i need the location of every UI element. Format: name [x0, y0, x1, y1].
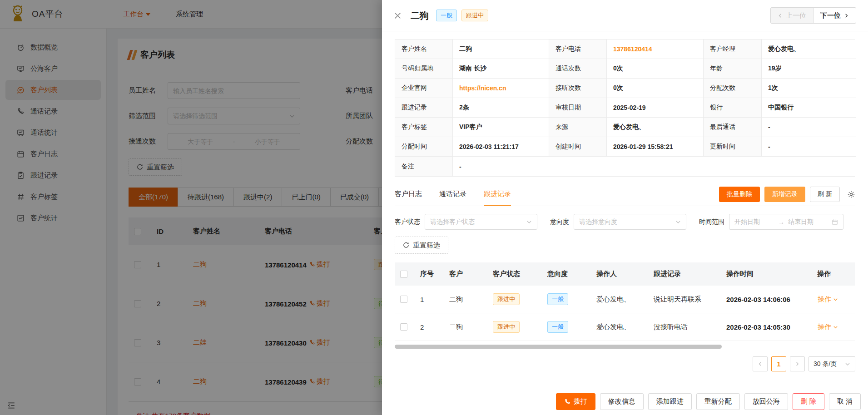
- record-filters: 客户状态 请选择客户状态 意向度 请选择意向度 时间范围 开始日期 → 结束日期: [395, 214, 855, 230]
- detail-label: 跟进记录: [395, 98, 453, 118]
- prev-record-button[interactable]: 上一位: [770, 7, 813, 24]
- batch-delete-button[interactable]: 批量删除: [719, 187, 760, 202]
- detail-label: 最后通话: [704, 118, 762, 137]
- reassign-button[interactable]: 重新分配: [696, 393, 740, 410]
- detail-label: 号码归属地: [395, 59, 453, 79]
- chevron-right-icon: [844, 13, 849, 18]
- detail-value: 湖南 长沙: [453, 59, 549, 79]
- detail-label: 年龄: [704, 59, 762, 79]
- refresh-icon: [403, 242, 409, 248]
- calendar-icon: [832, 219, 838, 225]
- row-action-dropdown[interactable]: 操作: [811, 286, 855, 313]
- detail-label: 来源: [549, 118, 607, 137]
- gear-icon[interactable]: [847, 190, 855, 198]
- row-checkbox[interactable]: [400, 323, 407, 331]
- detail-label: 分配次数: [704, 79, 762, 98]
- record-nav: 上一位 下一位: [770, 7, 856, 24]
- detail-label: 接听次数: [549, 79, 607, 98]
- detail-value: 爱心发电、: [607, 118, 704, 137]
- customer-detail-table: 客户姓名 二狗 客户电话 13786120414 客户经理 爱心发电、 号码归属…: [395, 39, 855, 177]
- detail-value: 1次: [762, 79, 856, 98]
- refresh-button[interactable]: 刷 新: [810, 187, 840, 202]
- delete-button[interactable]: 删 除: [793, 393, 824, 410]
- chevron-left-icon: [778, 13, 783, 18]
- detail-value: 0次: [607, 79, 704, 98]
- chevron-down-icon: [845, 361, 850, 367]
- detail-value: 2条: [453, 98, 549, 118]
- chevron-left-icon: [758, 361, 763, 366]
- company-website-link[interactable]: https://nicen.cn: [453, 79, 549, 98]
- records-table-header: 序号 客户 客户状态 意向度 操作人 跟进记录 操作时间 操作: [395, 262, 855, 286]
- detail-label: 客户电话: [549, 40, 607, 59]
- tab-customer-log[interactable]: 客户日志: [395, 190, 422, 206]
- intent-filter-select[interactable]: 请选择意向度: [574, 214, 686, 230]
- tab-follow-records[interactable]: 跟进记录: [484, 190, 511, 206]
- record-row: 2 二狗 跟进中 一般 爱心发电、 没接听电话 2026-02-03 14:05…: [395, 313, 855, 341]
- drawer-title: 二狗: [411, 10, 429, 22]
- drawer-footer: 拨打 修改信息 添加跟进 重新分配 放回公海 删 除 取 消: [382, 388, 868, 415]
- detail-label: 客户姓名: [395, 40, 453, 59]
- chevron-down-icon: [526, 219, 532, 225]
- status-badge: 跟进中: [461, 10, 488, 21]
- close-icon[interactable]: [394, 12, 402, 20]
- next-record-button[interactable]: 下一位: [813, 7, 856, 24]
- detail-value: 中国银行: [762, 98, 856, 118]
- select-all-checkbox[interactable]: [400, 271, 407, 278]
- chevron-down-icon: [833, 325, 838, 330]
- next-page-button[interactable]: [790, 356, 805, 371]
- phone-icon: [564, 399, 570, 405]
- detail-value: 2026-02-03 11:21:17: [453, 137, 549, 157]
- detail-value: -: [762, 137, 856, 157]
- arrow-right-icon: →: [778, 218, 784, 226]
- status-badge: 跟进中: [493, 293, 520, 305]
- detail-value: 19岁: [762, 59, 856, 79]
- page-number[interactable]: 1: [771, 356, 786, 371]
- detail-value: -: [762, 118, 856, 137]
- detail-label: 通话次数: [549, 59, 607, 79]
- prev-page-button[interactable]: [753, 356, 768, 371]
- drawer-header: 二狗 一般 跟进中 上一位 下一位: [382, 0, 868, 31]
- remark-label: 备注: [395, 157, 453, 176]
- customer-phone-link[interactable]: 13786120414: [607, 40, 704, 59]
- record-row: 1 二狗 跟进中 一般 爱心发电、 说让明天再联系 2026-02-03 14:…: [395, 286, 855, 313]
- edit-info-button[interactable]: 修改信息: [600, 393, 644, 410]
- chevron-down-icon: [675, 219, 681, 225]
- detail-value: 爱心发电、: [762, 40, 856, 59]
- intent-badge: 一般: [547, 293, 568, 305]
- detail-value: 二狗: [453, 40, 549, 59]
- call-button[interactable]: 拨打: [556, 393, 595, 410]
- record-reset-filters-button[interactable]: 重置筛选: [395, 237, 448, 254]
- drawer-tabs-row: 客户日志 通话记录 跟进记录 批量删除 新增记录 刷 新: [395, 183, 855, 206]
- chevron-down-icon: [833, 297, 838, 302]
- detail-value: VIP客户: [453, 118, 549, 137]
- detail-label: 更新时间: [704, 137, 762, 157]
- status-filter-select[interactable]: 请选择客户状态: [425, 214, 537, 230]
- return-to-sea-button[interactable]: 放回公海: [744, 393, 788, 410]
- follow-records-table: 序号 客户 客户状态 意向度 操作人 跟进记录 操作时间 操作 1 二狗 跟进中…: [395, 262, 855, 349]
- customer-detail-drawer: 二狗 一般 跟进中 上一位 下一位 客户姓名 二狗 客户电话 137861204…: [382, 0, 868, 415]
- intent-filter-label: 意向度: [550, 218, 569, 226]
- detail-value: 2026-01-29 15:58:21: [607, 137, 704, 157]
- status-badge: 跟进中: [493, 321, 520, 333]
- cancel-button[interactable]: 取 消: [829, 393, 861, 410]
- row-action-dropdown[interactable]: 操作: [811, 313, 855, 341]
- detail-label: 客户标签: [395, 118, 453, 137]
- time-range-picker[interactable]: 开始日期 → 结束日期: [729, 214, 843, 230]
- detail-label: 创建时间: [549, 137, 607, 157]
- detail-label: 分配时间: [395, 137, 453, 157]
- add-record-button[interactable]: 新增记录: [764, 187, 805, 202]
- pagination: 1 30 条/页: [395, 356, 855, 371]
- remark-value: -: [453, 157, 856, 176]
- detail-label: 银行: [704, 98, 762, 118]
- detail-value: 2025-02-19: [607, 98, 704, 118]
- page-size-select[interactable]: 30 条/页: [808, 356, 855, 371]
- tab-call-records[interactable]: 通话记录: [439, 190, 466, 206]
- chevron-right-icon: [795, 361, 800, 366]
- horizontal-scrollbar[interactable]: [395, 345, 722, 349]
- add-follow-button[interactable]: 添加跟进: [648, 393, 692, 410]
- intent-badge: 一般: [436, 10, 457, 21]
- detail-label: 企业官网: [395, 79, 453, 98]
- row-checkbox[interactable]: [400, 296, 407, 303]
- intent-badge: 一般: [547, 321, 568, 333]
- drawer-body: 客户姓名 二狗 客户电话 13786120414 客户经理 爱心发电、 号码归属…: [382, 31, 868, 388]
